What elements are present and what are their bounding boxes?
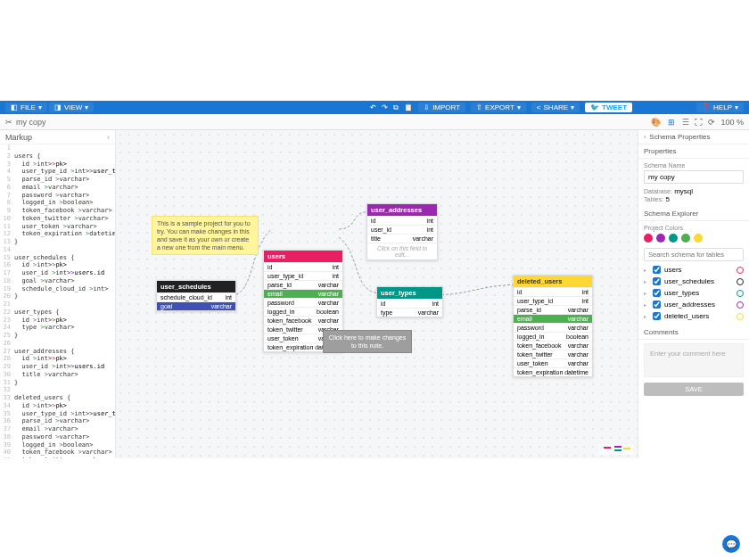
table-header[interactable]: deleted_users bbox=[514, 276, 592, 287]
table-list-item[interactable]: ▸user_schedules bbox=[644, 276, 744, 287]
schema-name-label: Schema Name bbox=[644, 162, 744, 169]
import-button[interactable]: ⇩ IMPORT bbox=[418, 103, 465, 112]
table-header[interactable]: user_addresses bbox=[367, 204, 437, 216]
list-icon[interactable]: ☰ bbox=[682, 118, 689, 127]
markup-panel: Markup ‹ 12users {3 id >int> >pk>4 user_… bbox=[0, 130, 116, 458]
table-row[interactable]: token_facebookvarchar bbox=[514, 341, 592, 350]
table-row[interactable]: user_type_idint bbox=[264, 271, 342, 280]
table-row[interactable]: token_expirationdatetime bbox=[514, 367, 592, 376]
table-checkbox[interactable] bbox=[653, 277, 661, 285]
main-toolbar: ◧ FILE ▾ ◨ VIEW ▾ ↶ ↷ ⧉ 📋 ⇩ IMPORT ⇧ EXP… bbox=[0, 101, 749, 114]
properties-panel: ›Schema Properties Properties Schema Nam… bbox=[638, 130, 749, 458]
table-row[interactable]: emailvarchar bbox=[264, 289, 342, 298]
table-row[interactable]: passwordvarchar bbox=[264, 298, 342, 307]
table-list-item[interactable]: ▸deleted_users bbox=[644, 310, 744, 322]
paste-icon[interactable]: 📋 bbox=[404, 103, 413, 111]
table-user-schedules[interactable]: user_schedules schedule_cloud_idint goal… bbox=[156, 280, 236, 311]
table-row[interactable]: passwordvarchar bbox=[514, 323, 592, 332]
help-button[interactable]: ❓ HELP ▾ bbox=[696, 103, 744, 112]
table-row[interactable]: typevarchar bbox=[377, 308, 442, 317]
comment-input[interactable]: Enter your comment here bbox=[644, 343, 744, 377]
color-dot[interactable] bbox=[694, 234, 703, 243]
collapse-icon[interactable]: ‹ bbox=[107, 133, 110, 142]
grid-icon[interactable]: ⊞ bbox=[666, 117, 677, 128]
schema-canvas[interactable]: This is a sample project for you to try.… bbox=[116, 130, 638, 458]
view-menu[interactable]: ◨ VIEW ▾ bbox=[49, 103, 94, 112]
table-row[interactable]: idint bbox=[264, 262, 342, 271]
table-list-item[interactable]: ▸users bbox=[644, 264, 744, 276]
table-row[interactable]: idint bbox=[377, 299, 442, 308]
table-row[interactable]: user_type_idint bbox=[514, 296, 592, 305]
markup-code[interactable]: 12users {3 id >int> >pk>4 user_type_id >… bbox=[0, 144, 115, 458]
bottom-whitespace bbox=[0, 458, 749, 560]
export-button[interactable]: ⇧ EXPORT ▾ bbox=[471, 103, 526, 112]
file-menu[interactable]: ◧ FILE ▾ bbox=[5, 103, 47, 112]
table-checkbox[interactable] bbox=[653, 301, 661, 309]
copy-icon[interactable]: ⧉ bbox=[393, 103, 399, 112]
comments-header[interactable]: Comments bbox=[638, 325, 749, 340]
table-row[interactable]: idint bbox=[514, 287, 592, 296]
table-row[interactable]: schedule_cloud_idint bbox=[157, 292, 235, 301]
markup-header: Markup ‹ bbox=[0, 130, 115, 144]
sub-toolbar: ✂ my copy 🎨 ⊞ ☰ ⛶ ⟳ 100 % bbox=[0, 114, 749, 130]
properties-header[interactable]: Properties bbox=[638, 144, 749, 159]
minimap[interactable] bbox=[598, 444, 634, 455]
save-button[interactable]: SAVE bbox=[644, 383, 744, 396]
color-dot[interactable] bbox=[656, 234, 665, 243]
table-row[interactable]: logged_inboolean bbox=[264, 307, 342, 316]
table-row[interactable]: emailvarchar bbox=[514, 314, 592, 323]
table-checkbox[interactable] bbox=[653, 312, 661, 320]
table-row[interactable]: token_facebookvarchar bbox=[264, 316, 342, 325]
fullscreen-icon[interactable]: ⛶ bbox=[695, 118, 703, 127]
theme-icon[interactable]: 🎨 bbox=[650, 117, 661, 128]
table-header[interactable]: user_schedules bbox=[157, 281, 235, 292]
table-row[interactable]: parse_idvarchar bbox=[264, 280, 342, 289]
top-whitespace bbox=[0, 0, 749, 101]
table-row[interactable]: titlevarchar bbox=[367, 234, 437, 243]
color-dots bbox=[644, 231, 744, 245]
table-row[interactable]: user_tokenvarchar bbox=[514, 358, 592, 367]
scissors-icon: ✂ bbox=[5, 118, 12, 127]
search-schema-input[interactable] bbox=[644, 248, 744, 261]
table-header[interactable]: users bbox=[264, 251, 342, 262]
table-row[interactable]: logged_inboolean bbox=[514, 332, 592, 341]
schema-name-input[interactable] bbox=[644, 170, 744, 184]
table-row[interactable]: parse_idvarchar bbox=[514, 305, 592, 314]
table-user-addresses[interactable]: user_addresses idint user_idint titlevar… bbox=[366, 203, 438, 260]
undo-icon[interactable]: ↶ bbox=[370, 103, 376, 111]
table-list-item[interactable]: ▸user_addresses bbox=[644, 299, 744, 310]
color-dot[interactable] bbox=[669, 234, 678, 243]
table-list: ▸users▸user_schedules▸user_types▸user_ad… bbox=[644, 264, 744, 322]
project-name[interactable]: ✂ my copy bbox=[5, 118, 46, 127]
project-colors-label: Project Colors bbox=[644, 225, 744, 231]
zoom-label[interactable]: 100 % bbox=[720, 118, 744, 127]
table-header[interactable]: user_types bbox=[377, 287, 442, 299]
tweet-button[interactable]: 🐦 TWEET bbox=[585, 103, 632, 112]
main-area: Markup ‹ 12users {3 id >int> >pk>4 user_… bbox=[0, 130, 749, 458]
schema-explorer-header[interactable]: Schema Explorer bbox=[638, 207, 749, 221]
table-list-item[interactable]: ▸user_types bbox=[644, 287, 744, 299]
table-checkbox[interactable] bbox=[653, 289, 661, 297]
color-dot[interactable] bbox=[644, 234, 653, 243]
redo-icon[interactable]: ↷ bbox=[382, 103, 388, 111]
table-footer[interactable]: Click on this field to edit... bbox=[367, 243, 437, 259]
color-dot[interactable] bbox=[681, 234, 690, 243]
schema-properties-header[interactable]: ›Schema Properties bbox=[638, 130, 749, 144]
sample-note[interactable]: This is a sample project for you to try.… bbox=[152, 216, 259, 255]
table-checkbox[interactable] bbox=[653, 266, 661, 274]
share-button[interactable]: < SHARE ▾ bbox=[531, 103, 580, 112]
chat-fab[interactable]: 💬 bbox=[722, 535, 740, 553]
table-row[interactable]: idint bbox=[367, 216, 437, 225]
table-row[interactable]: token_twittervarchar bbox=[514, 350, 592, 358]
refresh-icon[interactable]: ⟳ bbox=[708, 118, 715, 127]
table-row[interactable]: goalvarchar bbox=[157, 301, 235, 310]
table-deleted-users[interactable]: deleted_users idintuser_type_idintparse_… bbox=[513, 275, 593, 377]
table-row[interactable]: user_idint bbox=[367, 225, 437, 234]
edit-note[interactable]: Click here to make changes to this note. bbox=[323, 330, 412, 353]
table-user-types[interactable]: user_types idint typevarchar bbox=[376, 286, 443, 317]
